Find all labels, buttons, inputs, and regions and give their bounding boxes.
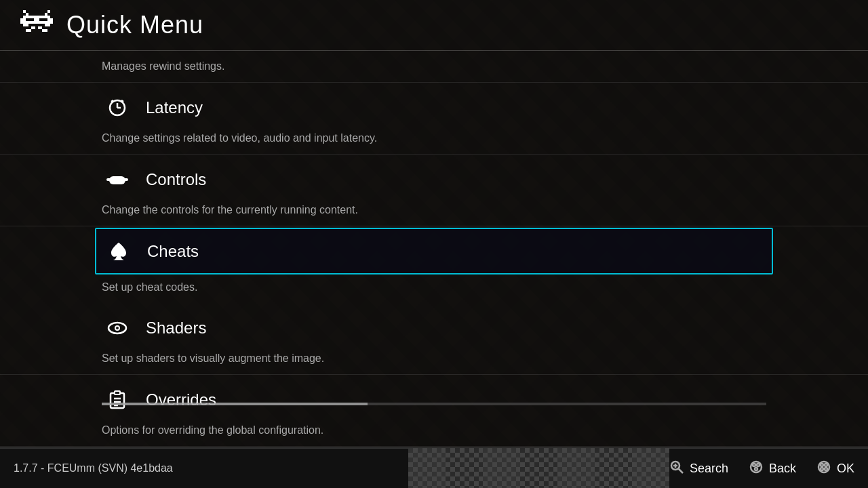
svg-rect-0 — [23, 10, 26, 13]
overrides-label: Overrides — [146, 390, 216, 409]
svg-line-19 — [121, 100, 123, 102]
scroll-thumb — [102, 403, 368, 405]
checker-4 — [520, 448, 557, 488]
svg-point-40 — [753, 464, 755, 466]
back-button[interactable]: Back — [749, 460, 796, 478]
cheats-label: Cheats — [147, 242, 199, 261]
back-label: Back — [769, 462, 796, 476]
cheats-icon — [103, 236, 134, 266]
overrides-icon — [102, 384, 132, 415]
svg-rect-3 — [45, 13, 47, 16]
svg-point-44 — [821, 464, 823, 466]
svg-point-46 — [821, 468, 823, 470]
ok-label: OK — [837, 462, 854, 476]
controls-desc: Change the controls for the currently ru… — [102, 204, 766, 226]
svg-line-36 — [678, 468, 683, 473]
controls-header[interactable]: Controls — [102, 155, 766, 204]
shaders-label: Shaders — [146, 319, 206, 338]
shaders-item[interactable]: Shaders Set up shaders to visually augme… — [0, 303, 868, 375]
svg-rect-4 — [23, 16, 50, 18]
app-icon — [20, 10, 53, 41]
latency-icon — [102, 92, 132, 123]
svg-point-45 — [825, 464, 827, 466]
svg-point-42 — [755, 468, 757, 470]
search-icon — [669, 460, 684, 478]
svg-rect-5 — [20, 18, 26, 21]
search-button[interactable]: Search — [669, 460, 728, 478]
svg-rect-9 — [23, 24, 28, 26]
cheats-desc: Set up cheat codes. — [95, 276, 773, 303]
svg-rect-12 — [38, 26, 42, 29]
scroll-bar[interactable] — [102, 403, 766, 405]
svg-point-26 — [122, 180, 124, 182]
bottom-center-decoration — [408, 448, 669, 488]
svg-point-25 — [120, 178, 122, 180]
svg-rect-8 — [20, 21, 53, 24]
shaders-icon — [102, 312, 132, 343]
shaders-header[interactable]: Shaders — [102, 303, 766, 352]
svg-rect-6 — [34, 18, 39, 21]
svg-rect-21 — [106, 178, 112, 181]
checker-5 — [557, 448, 595, 488]
svg-rect-11 — [31, 26, 35, 29]
checker-7 — [632, 448, 669, 488]
svg-rect-31 — [115, 391, 120, 394]
latency-label: Latency — [146, 98, 203, 117]
checker-3 — [483, 448, 520, 488]
overrides-item[interactable]: Overrides Options for overriding the glo… — [0, 375, 868, 447]
latency-desc: Change settings related to video, audio … — [102, 132, 766, 154]
page-title: Quick Menu — [66, 11, 203, 39]
bottom-buttons: Search Back — [669, 460, 868, 478]
svg-rect-24 — [111, 178, 115, 180]
svg-point-41 — [757, 464, 760, 466]
checker-6 — [595, 448, 632, 488]
svg-rect-13 — [26, 29, 31, 32]
controls-icon — [102, 164, 132, 195]
svg-rect-1 — [47, 10, 50, 13]
main-content: Manages rewind settings. Latency Change … — [0, 51, 868, 447]
version-info: 1.7.7 - FCEUmm (SVN) 4e1bdaa — [0, 462, 408, 474]
header: Quick Menu — [0, 0, 868, 51]
rewind-item[interactable]: Manages rewind settings. — [0, 51, 868, 83]
ok-button[interactable]: OK — [816, 460, 854, 478]
checker-1 — [408, 448, 446, 488]
back-icon — [749, 460, 764, 478]
ok-icon — [816, 460, 831, 478]
overrides-header[interactable]: Overrides — [102, 375, 766, 424]
version-text: 1.7.7 - FCEUmm (SVN) 4e1bdaa — [14, 462, 173, 474]
latency-header[interactable]: Latency — [102, 83, 766, 132]
bottom-bar: 1.7.7 - FCEUmm (SVN) 4e1bdaa Search — [0, 447, 868, 488]
shaders-desc: Set up shaders to visually augment the i… — [102, 352, 766, 374]
controls-label: Controls — [146, 170, 206, 189]
controls-item[interactable]: Controls Change the controls for the cur… — [0, 155, 868, 226]
svg-point-43 — [818, 462, 829, 472]
rewind-desc: Manages rewind settings. — [102, 51, 766, 82]
cheats-header[interactable]: Cheats — [103, 229, 765, 273]
latency-item[interactable]: Latency Change settings related to video… — [0, 83, 868, 155]
svg-rect-14 — [42, 29, 47, 32]
svg-rect-10 — [45, 24, 50, 26]
svg-line-18 — [111, 100, 113, 102]
search-label: Search — [690, 462, 728, 476]
cheats-item[interactable]: Cheats — [95, 228, 773, 274]
checker-2 — [446, 448, 483, 488]
svg-rect-7 — [47, 18, 53, 21]
overrides-desc: Options for overriding the global config… — [102, 424, 766, 446]
svg-point-29 — [116, 327, 119, 329]
svg-point-47 — [825, 468, 827, 470]
svg-rect-2 — [26, 13, 28, 16]
